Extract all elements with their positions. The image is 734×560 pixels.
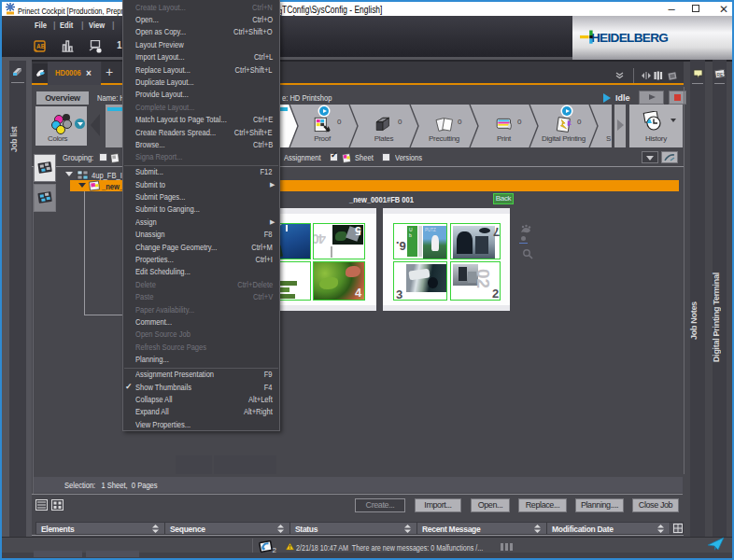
svg-text:2: 2 [273, 546, 277, 553]
svg-text:!: ! [289, 544, 290, 550]
svg-text:AB: AB [36, 43, 46, 49]
svg-text:HEIDELBERG: HEIDELBERG [591, 31, 668, 44]
svg-text:RES: RES [717, 72, 727, 77]
